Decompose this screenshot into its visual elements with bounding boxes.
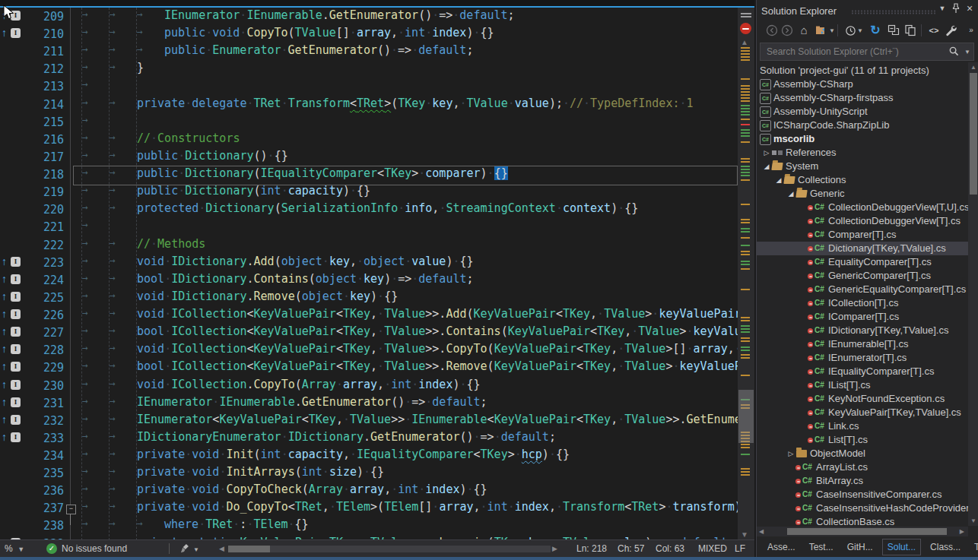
line-number[interactable]: 210 bbox=[23, 26, 64, 43]
code-line[interactable]: →→private·void·Do_CopyTo<TRet,·TElem>(TE… bbox=[73, 500, 738, 517]
code-line[interactable]: →→public·Dictionary(IEqualityComparer<TK… bbox=[73, 166, 738, 184]
tree-item[interactable]: C#Comparer[T].cs bbox=[757, 228, 968, 242]
code-line[interactable]: →→→public·void·CopyTo(TValue[]·array,·in… bbox=[73, 26, 738, 43]
tree-item[interactable]: C#IEqualityComparer[T].cs bbox=[757, 365, 968, 378]
chevron-down-icon[interactable]: ▼ bbox=[193, 540, 199, 557]
implements-glyph-icon[interactable]: ↑I bbox=[2, 289, 23, 305]
code-line[interactable]: →→protected·Dictionary(SerializationInfo… bbox=[73, 201, 738, 219]
zoom-level-select[interactable]: % ▼ bbox=[5, 540, 24, 557]
tree-item[interactable]: C#IEnumerator[T].cs bbox=[757, 351, 968, 365]
pending-filter-clock-icon[interactable] bbox=[843, 23, 858, 38]
code-line[interactable]: →→private·void·CopyToCheck(Array·array,·… bbox=[73, 482, 738, 500]
implements-glyph-icon[interactable]: ↑I bbox=[2, 413, 23, 428]
tree-item[interactable]: C#Assembly-CSharp-firstpass bbox=[757, 91, 968, 105]
cleanup-broom-icon[interactable] bbox=[179, 543, 191, 557]
toolbar-overflow-icon[interactable]: » bbox=[964, 23, 978, 38]
tree-item[interactable]: C#CaseInsensitiveHashCodeProvider.cs bbox=[757, 501, 968, 515]
solution-tree[interactable]: Solution 'project-gui' (11 of 11 project… bbox=[757, 62, 968, 526]
hscroll-left-arrow-icon[interactable]: ◀ bbox=[219, 540, 224, 557]
pin-icon[interactable] bbox=[950, 0, 962, 17]
tree-item[interactable]: ▷References bbox=[757, 146, 968, 160]
line-number[interactable]: 220 bbox=[23, 201, 64, 219]
chevron-down-icon[interactable]: ▼ bbox=[857, 27, 863, 34]
code-line[interactable]: →→public·Dictionary(int·capacity)·{} bbox=[73, 184, 738, 201]
glyph-margin[interactable]: ↑I↑I↑I↑I↑I↑I↑I↑I↑I↑I↑I↑I↑I↑I bbox=[0, 8, 23, 540]
tool-window-tab[interactable]: Asse... bbox=[763, 539, 800, 555]
line-number[interactable]: 218 bbox=[23, 166, 64, 184]
expander-open-icon[interactable]: ◢ bbox=[761, 160, 772, 173]
code-line[interactable]: →→//·Methods bbox=[73, 237, 738, 255]
code-editor[interactable]: ↑I↑I↑I↑I↑I↑I↑I↑I↑I↑I↑I↑I↑I↑I 20921021121… bbox=[0, 0, 754, 557]
issues-status[interactable]: No issues found bbox=[62, 540, 127, 557]
hscrollbar-thumb[interactable] bbox=[228, 546, 270, 552]
code-line[interactable]: →→→where·TRet·:·TElem·{} bbox=[73, 517, 738, 535]
tree-item[interactable]: C#BitArray.cs bbox=[757, 474, 968, 488]
tool-window-tab[interactable]: Class... bbox=[926, 539, 965, 555]
code-line[interactable]: →→→IEnumerator·IEnumerable.GetEnumerator… bbox=[73, 8, 738, 26]
tree-item[interactable]: C#CollectionDebuggerView[T].cs bbox=[757, 214, 968, 228]
scroll-up-arrow-icon[interactable]: ▲ bbox=[970, 64, 976, 71]
expander-open-icon[interactable]: ◢ bbox=[773, 173, 784, 187]
chevron-down-icon[interactable]: ▼ bbox=[964, 49, 970, 55]
implements-glyph-icon[interactable]: ↑I bbox=[2, 307, 23, 322]
line-number[interactable]: 226 bbox=[23, 307, 64, 324]
code-line[interactable]: →→void·ICollection<KeyValuePair<TKey,·TV… bbox=[73, 342, 738, 359]
line-indicator[interactable]: Ln: 218 bbox=[576, 540, 607, 557]
hscroll-left-arrow-icon[interactable]: ◀ bbox=[759, 528, 764, 535]
code-line[interactable]: →→IEnumerator·IEnumerable.GetEnumerator(… bbox=[73, 395, 738, 413]
scrollbar-thumb[interactable] bbox=[738, 390, 754, 443]
tree-item[interactable]: Solution 'project-gui' (11 of 11 project… bbox=[757, 64, 968, 78]
hscrollbar-thumb[interactable] bbox=[787, 528, 947, 535]
line-number[interactable]: 236 bbox=[23, 482, 64, 500]
scrollbar-thumb[interactable] bbox=[970, 73, 977, 195]
line-number[interactable]: 217 bbox=[23, 149, 64, 166]
tree-item[interactable]: C#ICollection[T].cs bbox=[757, 296, 968, 310]
line-number[interactable]: 213 bbox=[23, 78, 64, 96]
forward-icon[interactable] bbox=[780, 23, 795, 38]
code-line[interactable]: →→private·delegate·TRet·Transform<TRet>(… bbox=[73, 96, 738, 114]
tree-item[interactable]: C#Dictionary[TKey,TValue].cs bbox=[757, 242, 968, 255]
line-number[interactable]: 214 bbox=[23, 96, 64, 114]
code-line[interactable]: →→void·IDictionary.Add(object·key,·objec… bbox=[73, 255, 738, 272]
code-line[interactable]: →→} bbox=[73, 61, 738, 78]
code-line[interactable]: →→//·Constructors bbox=[73, 131, 738, 149]
code-line[interactable]: →→void·IDictionary.Remove(object·key)·{} bbox=[73, 289, 738, 307]
line-number[interactable]: 225 bbox=[23, 289, 64, 307]
tree-item[interactable]: ◢Generic bbox=[757, 187, 968, 201]
code-line[interactable]: →→IEnumerator<KeyValuePair<TKey,·TValue>… bbox=[73, 413, 738, 430]
line-number[interactable]: 221 bbox=[23, 219, 64, 236]
implements-glyph-icon[interactable]: ↑I bbox=[2, 324, 23, 340]
expander-open-icon[interactable]: ◢ bbox=[786, 187, 796, 201]
code-line[interactable]: →→void·ICollection.CopyTo(Array·array,·i… bbox=[73, 378, 738, 395]
line-number[interactable]: 222 bbox=[23, 237, 64, 255]
tree-item[interactable]: C#Link.cs bbox=[757, 419, 968, 433]
tree-item[interactable]: C#mscorlib bbox=[757, 132, 968, 146]
scroll-down-arrow-icon[interactable]: ▼ bbox=[970, 517, 976, 524]
code-line[interactable]: →→public·Dictionary()·{} bbox=[73, 149, 738, 166]
code-line[interactable]: →→private·void·Init(int·capacity,·IEqual… bbox=[73, 448, 738, 465]
line-number[interactable]: 215 bbox=[23, 114, 64, 131]
expander-closed-icon[interactable]: ▷ bbox=[786, 447, 796, 460]
line-number[interactable]: 209 bbox=[23, 8, 64, 26]
code-area[interactable]: →→→IEnumerator·IEnumerable.GetEnumerator… bbox=[73, 8, 738, 540]
tool-window-tab[interactable]: Test... bbox=[805, 539, 838, 555]
line-ending-mixed-indicator[interactable]: MIXED bbox=[698, 540, 727, 557]
col-indicator[interactable]: Col: 63 bbox=[656, 540, 684, 557]
home-icon[interactable]: ⌂ bbox=[796, 23, 811, 38]
implements-glyph-icon[interactable]: ↑I bbox=[2, 430, 23, 445]
tree-horizontal-scrollbar[interactable]: ◀ ▶ bbox=[757, 527, 968, 536]
code-line[interactable]: → bbox=[73, 78, 738, 96]
char-indicator[interactable]: Ch: 57 bbox=[618, 540, 644, 557]
tool-window-tab[interactable]: Solut... bbox=[882, 539, 921, 555]
tree-item[interactable]: C#Assembly-UnityScript bbox=[757, 105, 968, 119]
tool-window-tab[interactable]: GitH... bbox=[843, 539, 878, 555]
line-number-margin[interactable]: 2092102112122132142152162172182192202212… bbox=[23, 8, 64, 540]
implements-glyph-icon[interactable]: ↑I bbox=[2, 378, 23, 393]
code-line[interactable]: →→IDictionaryEnumerator·IDictionary.GetE… bbox=[73, 430, 738, 448]
code-line[interactable]: →→bool·ICollection<KeyValuePair<TKey,·TV… bbox=[73, 359, 738, 377]
code-line[interactable]: → bbox=[73, 219, 738, 236]
implements-glyph-icon[interactable]: ↑I bbox=[2, 255, 23, 270]
splitter-grip-icon[interactable] bbox=[739, 9, 753, 21]
line-number[interactable]: 232 bbox=[23, 413, 64, 430]
expander-closed-icon[interactable]: ▷ bbox=[761, 146, 772, 160]
